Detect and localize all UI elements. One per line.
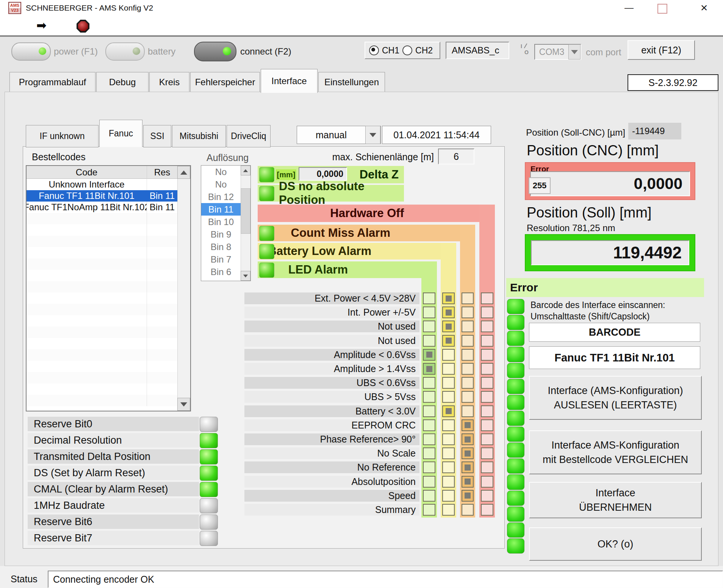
subtab-drivecliq[interactable]: DriveCliq <box>227 125 271 147</box>
maximize-button[interactable] <box>657 4 667 14</box>
subtab-fanuc[interactable]: Fanuc <box>99 120 142 147</box>
barcode-input[interactable]: BARCODE <box>529 323 700 342</box>
channel-selector: CH1 CH2 <box>365 42 440 59</box>
table-cell-res <box>147 236 177 247</box>
aufloesung-item[interactable]: Bin 7 <box>201 253 241 266</box>
aufloesung-scroll-down-button[interactable] <box>241 271 250 281</box>
error-led <box>507 458 524 474</box>
ch1-radio[interactable] <box>369 45 379 55</box>
table-row[interactable] <box>27 236 177 247</box>
app-icon-text-top: AMS <box>9 3 20 8</box>
visa-io-slash <box>524 43 527 48</box>
table-row[interactable] <box>27 395 177 406</box>
battery-toggle[interactable] <box>105 42 145 61</box>
table-row[interactable] <box>27 315 177 327</box>
exit-button[interactable]: exit (F12) <box>628 40 695 60</box>
status-cell-yellow <box>442 335 455 347</box>
error-led <box>507 491 524 506</box>
tab-einstellungen[interactable]: Einstellungen <box>318 72 385 92</box>
aufloesung-item[interactable]: Bin 12 <box>201 191 241 203</box>
position-soll-value: 119,4492 <box>531 240 689 265</box>
aufloesung-item[interactable]: No <box>201 178 241 191</box>
aufloesung-item[interactable]: Bin 11 <box>201 203 241 216</box>
aufloesung-item[interactable]: Bin 8 <box>201 241 241 253</box>
table-row[interactable]: Fanuc TF1 11Bit Nr.101Bin 11 <box>27 190 177 202</box>
table-cell-res <box>147 338 177 349</box>
status-cell-green <box>423 377 435 389</box>
ok-button[interactable]: OK? (o) <box>529 527 702 561</box>
table-row[interactable] <box>27 213 177 224</box>
led-alarm-label: LED Alarm <box>288 263 348 277</box>
auslesen-button[interactable]: Interface (AMS-Konfiguration) AUSLESEN (… <box>529 376 702 420</box>
table-row[interactable] <box>27 383 177 395</box>
com-port-dropdown-button[interactable] <box>568 44 581 59</box>
status-cell-orange <box>462 349 474 361</box>
visa-io-bottom: O <box>524 49 529 55</box>
table-scrollbar-track[interactable] <box>177 179 190 398</box>
table-row[interactable]: Fanuc TF1NoAmp 11Bit Nr.102Bin 11 <box>27 202 177 213</box>
stop-icon[interactable] <box>77 20 89 33</box>
table-cell-code <box>27 304 147 315</box>
error-led <box>507 299 524 314</box>
aufloesung-item[interactable]: Bin 6 <box>201 266 241 278</box>
tab-fehlerspeicher[interactable]: Fehlerspeicher <box>190 72 260 92</box>
aufloesung-item[interactable]: Bin 9 <box>201 228 241 241</box>
bit-row-led <box>200 482 218 497</box>
aufloesung-item[interactable]: No <box>201 166 241 178</box>
table-row[interactable] <box>27 361 177 372</box>
table-row[interactable] <box>27 338 177 349</box>
table-row[interactable] <box>27 292 177 304</box>
table-row[interactable] <box>27 304 177 315</box>
device-name-input[interactable]: AMSABS_c <box>446 42 509 59</box>
subtab-mitsubishi[interactable]: Mitsubishi <box>172 125 226 147</box>
com-port-label: com port <box>586 47 621 58</box>
status-row-label: UBS > 5Vss <box>244 391 419 403</box>
hardware-off-banner: Hardware Off <box>258 205 495 222</box>
table-cell-res <box>147 372 177 383</box>
close-button[interactable]: × <box>693 0 715 15</box>
table-row[interactable] <box>27 258 177 270</box>
tab-kreis[interactable]: Kreis <box>149 72 189 92</box>
run-icon[interactable]: ➡ <box>36 18 47 33</box>
table-row[interactable] <box>27 327 177 338</box>
com-port-select[interactable]: COM3 <box>534 44 581 60</box>
table-row[interactable] <box>27 224 177 236</box>
ch2-radio[interactable] <box>402 45 412 55</box>
subtab-ssi[interactable]: SSI <box>143 125 171 147</box>
tab-interface[interactable]: Interface <box>261 69 318 93</box>
bit-row-led <box>200 417 218 432</box>
vergleichen-button[interactable]: Interface AMS-Konfiguration mit Bestellc… <box>529 430 702 474</box>
rail-length-box[interactable]: 6 <box>438 149 474 164</box>
connect-label: connect (F2) <box>240 46 291 57</box>
mode-dropdown-button[interactable] <box>365 126 380 144</box>
table-row[interactable] <box>27 270 177 281</box>
aufloesung-scrollbar-thumb[interactable] <box>241 188 250 234</box>
power-toggle[interactable] <box>11 42 51 61</box>
connect-toggle[interactable] <box>194 42 236 61</box>
status-row-label: Not used <box>244 335 419 347</box>
bit-row-led <box>200 498 218 513</box>
uebernehmen-button[interactable]: Interface ÜBERNEHMEN <box>529 482 702 518</box>
minimize-button[interactable]: — <box>618 0 640 15</box>
table-row[interactable] <box>27 349 177 361</box>
status-cell-yellow <box>442 405 455 417</box>
ams-konfig-window: AMS V23 SCHNEEBERGER - AMS Konfig V2 — ×… <box>0 0 723 588</box>
aufloesung-label: Auflösung <box>207 152 249 163</box>
table-scroll-up-button[interactable] <box>177 166 190 179</box>
tab-programmablauf[interactable]: Programmablauf <box>9 72 95 92</box>
status-cell-orange <box>462 490 474 502</box>
aufloesung-scroll-up-button[interactable] <box>241 166 250 175</box>
aufloesung-item[interactable]: Bin 10 <box>201 216 241 228</box>
status-cell-pink <box>481 349 493 361</box>
position-soll-panel: 119,4492 <box>525 234 695 271</box>
table-scroll-down-button[interactable] <box>177 398 190 411</box>
mode-select[interactable]: manual <box>297 126 381 144</box>
table-row[interactable]: Unknown Interface <box>27 179 177 190</box>
table-row[interactable] <box>27 281 177 292</box>
subtab-if-unknown[interactable]: IF unknown <box>26 125 99 147</box>
table-row[interactable] <box>27 247 177 258</box>
table-row[interactable] <box>27 372 177 383</box>
aufloesung-item[interactable]: Bin 5 <box>201 278 241 281</box>
status-cell-orange <box>462 292 474 304</box>
tab-debug[interactable]: Debug <box>96 72 149 92</box>
